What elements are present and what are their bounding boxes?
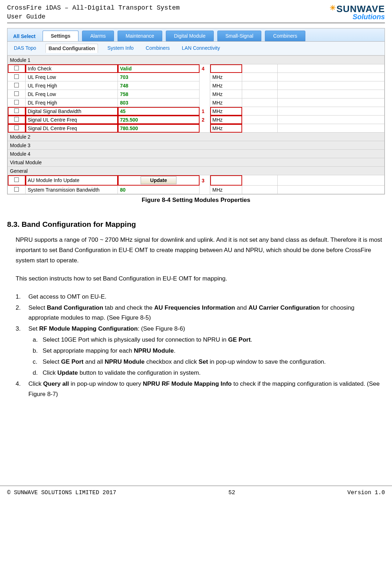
section-module2[interactable]: Module 2 xyxy=(8,133,385,141)
row-ul-freq-low: UL Freq Low 703 MHz xyxy=(8,73,385,81)
header-divider xyxy=(7,23,385,23)
section-heading: 8.3. Band Configuration for Mapping xyxy=(7,218,385,231)
checkbox[interactable] xyxy=(14,125,19,130)
row-dl-freq-high: DL Freq High 803 MHz xyxy=(8,98,385,107)
row-digital-signal-bandwidth: Digital Signal Bandwidth 45 1 MHz xyxy=(8,107,385,116)
footer-copyright: © SUNWAVE SOLUTIONS LIMITED 2017 xyxy=(7,490,116,496)
sub-a: a. Select 10GE Port which is physically … xyxy=(33,335,385,345)
all-select-link[interactable]: All Select xyxy=(10,31,39,41)
sun-icon: ☀ xyxy=(330,4,336,12)
sub-b: b. Set appropriate mapping for each NPRU… xyxy=(33,346,385,356)
section-8-3: 8.3. Band Configuration for Mapping NPRU… xyxy=(0,207,392,407)
tab-small-signal[interactable]: Small-Signal xyxy=(217,31,262,41)
checkbox[interactable] xyxy=(14,177,19,182)
section-general[interactable]: General xyxy=(8,167,385,175)
subtab-das-topo[interactable]: DAS Topo xyxy=(11,44,39,53)
step-4: 4. Click Query all in pop-up window to q… xyxy=(16,379,385,400)
checkbox[interactable] xyxy=(14,187,19,192)
subtab-lan-connectivity[interactable]: LAN Connectivity xyxy=(179,44,223,53)
checkbox[interactable] xyxy=(14,108,19,113)
section-module4[interactable]: Module 4 xyxy=(8,150,385,158)
step-3: 3. Set RF Module Mapping Configuration: … xyxy=(16,324,385,334)
main-tab-bar: All Select Settings Alarms Maintenance D… xyxy=(7,28,385,42)
paragraph-2: This section instructs how to set Band C… xyxy=(16,274,385,284)
config-ui-screenshot: All Select Settings Alarms Maintenance D… xyxy=(7,28,385,194)
section-module1[interactable]: Module 1 xyxy=(8,56,385,64)
doc-title: CrossFire iDAS – All-Digital Transport S… xyxy=(7,4,180,12)
step-2: 2. Select Band Configuration tab and che… xyxy=(16,303,385,324)
row-au-module-info-update: AU Module Info Update Update 3 xyxy=(8,175,385,186)
subtab-band-configuration[interactable]: Band Configuration xyxy=(45,44,98,53)
sub-d: d. Click Update button to validate the c… xyxy=(33,368,385,378)
figure-8-4: All Select Settings Alarms Maintenance D… xyxy=(0,25,392,207)
checkbox[interactable] xyxy=(14,66,19,70)
tab-combiners[interactable]: Combiners xyxy=(265,31,305,41)
section-module3[interactable]: Module 3 xyxy=(8,141,385,150)
row-system-transmission-bandwidth: System Transmission Bandwidth 80 MHz xyxy=(8,186,385,194)
update-button[interactable]: Update xyxy=(141,176,176,184)
tab-settings[interactable]: Settings xyxy=(43,31,78,41)
row-ul-freq-high: UL Freq High 748 MHz xyxy=(8,81,385,90)
page-footer: © SUNWAVE SOLUTIONS LIMITED 2017 52 Vers… xyxy=(0,486,392,503)
subtab-system-info[interactable]: System Info xyxy=(104,44,136,53)
step-1: 1. Get access to OMT on EU-E. xyxy=(16,292,385,302)
figure-caption: Figure 8-4 Setting Modules Properties xyxy=(7,197,385,204)
section-virtual-module[interactable]: Virtual Module xyxy=(8,158,385,167)
company-logo: ☀SUNWAVE Solutions xyxy=(330,4,385,21)
numbered-list: 1. Get access to OMT on EU-E. 2. Select … xyxy=(16,292,385,335)
page-header: CrossFire iDAS – All-Digital Transport S… xyxy=(0,0,392,21)
header-title-block: CrossFire iDAS – All-Digital Transport S… xyxy=(7,4,180,21)
checkbox[interactable] xyxy=(14,91,19,96)
tab-digital-module[interactable]: Digital Module xyxy=(166,31,214,41)
checkbox[interactable] xyxy=(14,117,19,122)
footer-page-number: 52 xyxy=(228,490,235,496)
checkbox[interactable] xyxy=(14,100,19,105)
tab-maintenance[interactable]: Maintenance xyxy=(118,31,162,41)
config-table: Module 1 Info Check Valid 4 UL Freq Low … xyxy=(7,55,385,194)
logo-text-sub: Solutions xyxy=(353,13,385,21)
subtab-combiners[interactable]: Combiners xyxy=(143,44,173,53)
numbered-list-cont: 4. Click Query all in pop-up window to q… xyxy=(16,379,385,400)
sub-c: c. Select GE Port and all NPRU Module ch… xyxy=(33,357,385,367)
doc-subtitle: User Guide xyxy=(7,12,180,21)
footer-version: Version 1.0 xyxy=(347,490,385,496)
row-info-check: Info Check Valid 4 xyxy=(8,64,385,73)
checkbox[interactable] xyxy=(14,83,19,87)
sub-list: a. Select 10GE Port which is physically … xyxy=(33,335,385,378)
row-dl-freq-low: DL Freq Low 758 MHz xyxy=(8,90,385,98)
tab-alarms[interactable]: Alarms xyxy=(82,31,114,41)
checkbox[interactable] xyxy=(14,74,19,79)
row-signal-ul-centre-freq: Signal UL Centre Freq 725.500 2 MHz xyxy=(8,116,385,124)
sub-tab-bar: DAS Topo Band Configuration System Info … xyxy=(7,42,385,55)
paragraph-1: NPRU supports a range of 700 ~ 2700 MHz … xyxy=(16,235,385,266)
row-signal-dl-centre-freq: Signal DL Centre Freq 780.500 MHz xyxy=(8,124,385,133)
